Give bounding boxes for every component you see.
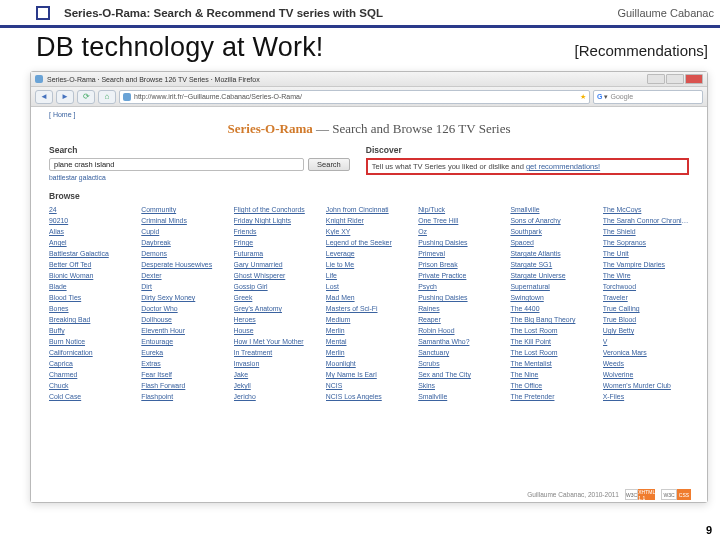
series-link[interactable]: Jericho [234, 392, 320, 402]
series-link[interactable]: Flash Forward [141, 381, 227, 391]
series-link[interactable]: Psych [418, 282, 504, 292]
series-link[interactable]: Fear Itself [141, 370, 227, 380]
get-recommendations-link[interactable]: get recommendations! [526, 162, 600, 171]
search-suggestion[interactable]: battlestar galactica [49, 174, 350, 181]
series-link[interactable]: Grey's Anatomy [234, 304, 320, 314]
address-bar[interactable]: http://www.irit.fr/~Guillaume.Cabanac/Se… [119, 90, 590, 104]
series-link[interactable]: Friday Night Lights [234, 216, 320, 226]
series-link[interactable]: Spaced [510, 238, 596, 248]
series-link[interactable]: True Calling [603, 304, 689, 314]
series-link[interactable]: The McCoys [603, 205, 689, 215]
series-link[interactable]: NCIS [326, 381, 412, 391]
series-link[interactable]: Wolverine [603, 370, 689, 380]
series-link[interactable]: Cold Case [49, 392, 135, 402]
close-button[interactable] [685, 74, 703, 84]
series-link[interactable]: Masters of Sci-Fi [326, 304, 412, 314]
series-link[interactable]: 24 [49, 205, 135, 215]
series-link[interactable]: Desperate Housewives [141, 260, 227, 270]
series-link[interactable]: Bionic Woman [49, 271, 135, 281]
star-icon[interactable]: ★ [580, 93, 586, 101]
series-link[interactable]: Blood Ties [49, 293, 135, 303]
series-link[interactable]: Demons [141, 249, 227, 259]
series-link[interactable]: Smallville [510, 205, 596, 215]
series-link[interactable]: The Vampire Diaries [603, 260, 689, 270]
series-link[interactable]: Daybreak [141, 238, 227, 248]
series-link[interactable]: X-Files [603, 392, 689, 402]
series-link[interactable]: The 4400 [510, 304, 596, 314]
series-link[interactable]: Cupid [141, 227, 227, 237]
series-link[interactable]: Nip/Tuck [418, 205, 504, 215]
series-link[interactable]: Mad Men [326, 293, 412, 303]
series-link[interactable]: Dollhouse [141, 315, 227, 325]
series-link[interactable]: Gary Unmarried [234, 260, 320, 270]
series-link[interactable]: Ghost Whisperer [234, 271, 320, 281]
series-link[interactable]: Eureka [141, 348, 227, 358]
series-link[interactable]: Medium [326, 315, 412, 325]
search-input[interactable]: plane crash island [49, 158, 304, 171]
home-button[interactable]: ⌂ [98, 90, 116, 104]
series-link[interactable]: House [234, 326, 320, 336]
series-link[interactable]: Burn Notice [49, 337, 135, 347]
w3c-xhtml-badge[interactable]: W3CXHTML 1.1 [625, 489, 655, 500]
series-link[interactable]: John from Cincinnati [326, 205, 412, 215]
series-link[interactable]: Robin Hood [418, 326, 504, 336]
series-link[interactable]: Alias [49, 227, 135, 237]
series-link[interactable]: The Unit [603, 249, 689, 259]
series-link[interactable]: Greek [234, 293, 320, 303]
series-link[interactable]: Flight of the Conchords [234, 205, 320, 215]
maximize-button[interactable] [666, 74, 684, 84]
series-link[interactable]: Angel [49, 238, 135, 248]
series-link[interactable]: Stargate SG1 [510, 260, 596, 270]
series-link[interactable]: Weeds [603, 359, 689, 369]
series-link[interactable]: Supernatural [510, 282, 596, 292]
series-link[interactable]: Pushing Daisies [418, 293, 504, 303]
back-button[interactable]: ◄ [35, 90, 53, 104]
series-link[interactable]: Skins [418, 381, 504, 391]
series-link[interactable]: Buffy [49, 326, 135, 336]
series-link[interactable]: Traveler [603, 293, 689, 303]
series-link[interactable]: The Lost Room [510, 326, 596, 336]
series-link[interactable]: Pushing Daisies [418, 238, 504, 248]
series-link[interactable]: Entourage [141, 337, 227, 347]
series-link[interactable]: The Sopranos [603, 238, 689, 248]
browser-search[interactable]: G ▾ Google [593, 90, 703, 104]
series-link[interactable]: Primeval [418, 249, 504, 259]
series-link[interactable]: Mental [326, 337, 412, 347]
series-link[interactable]: Breaking Bad [49, 315, 135, 325]
series-link[interactable]: Swingtown [510, 293, 596, 303]
series-link[interactable]: 90210 [49, 216, 135, 226]
series-link[interactable]: Torchwood [603, 282, 689, 292]
series-link[interactable]: The Kill Point [510, 337, 596, 347]
series-link[interactable]: Lie to Me [326, 260, 412, 270]
search-button[interactable]: Search [308, 158, 350, 171]
series-link[interactable]: How I Met Your Mother [234, 337, 320, 347]
series-link[interactable]: The Shield [603, 227, 689, 237]
series-link[interactable]: Sons of Anarchy [510, 216, 596, 226]
series-link[interactable]: Better Off Ted [49, 260, 135, 270]
series-link[interactable]: Blade [49, 282, 135, 292]
series-link[interactable]: True Blood [603, 315, 689, 325]
series-link[interactable]: Doctor Who [141, 304, 227, 314]
series-link[interactable]: Extras [141, 359, 227, 369]
series-link[interactable]: Community [141, 205, 227, 215]
series-link[interactable]: Life [326, 271, 412, 281]
series-link[interactable]: Sanctuary [418, 348, 504, 358]
series-link[interactable]: The Lost Room [510, 348, 596, 358]
page-nav-home[interactable]: [ Home ] [49, 111, 689, 118]
series-link[interactable]: Battlestar Galactica [49, 249, 135, 259]
series-link[interactable]: Futurama [234, 249, 320, 259]
series-link[interactable]: Kyle XY [326, 227, 412, 237]
series-link[interactable]: Samantha Who? [418, 337, 504, 347]
series-link[interactable]: Caprica [49, 359, 135, 369]
series-link[interactable]: Heroes [234, 315, 320, 325]
series-link[interactable]: Jake [234, 370, 320, 380]
series-link[interactable]: Stargate Atlantis [510, 249, 596, 259]
series-link[interactable]: My Name Is Earl [326, 370, 412, 380]
series-link[interactable]: Sex and The City [418, 370, 504, 380]
series-link[interactable]: Merlin [326, 326, 412, 336]
series-link[interactable]: Californication [49, 348, 135, 358]
series-link[interactable]: Dexter [141, 271, 227, 281]
series-link[interactable]: V [603, 337, 689, 347]
series-link[interactable]: The Big Bang Theory [510, 315, 596, 325]
series-link[interactable]: Dirt [141, 282, 227, 292]
